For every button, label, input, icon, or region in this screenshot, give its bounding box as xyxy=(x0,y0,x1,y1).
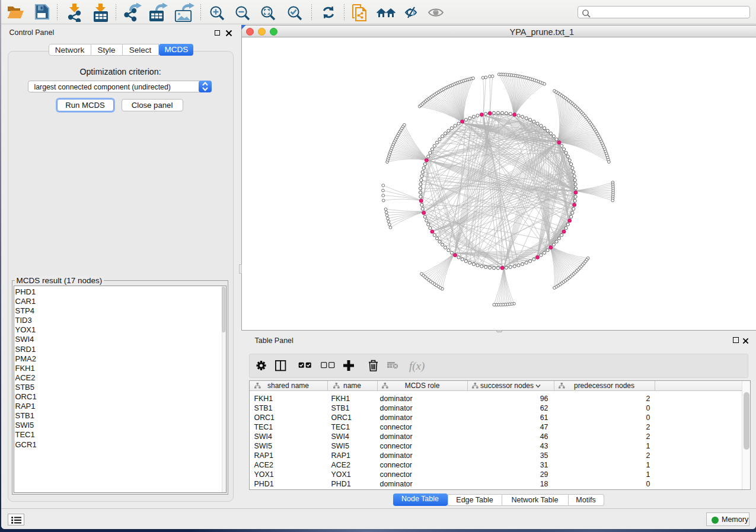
svg-text:f(x): f(x) xyxy=(409,360,425,373)
